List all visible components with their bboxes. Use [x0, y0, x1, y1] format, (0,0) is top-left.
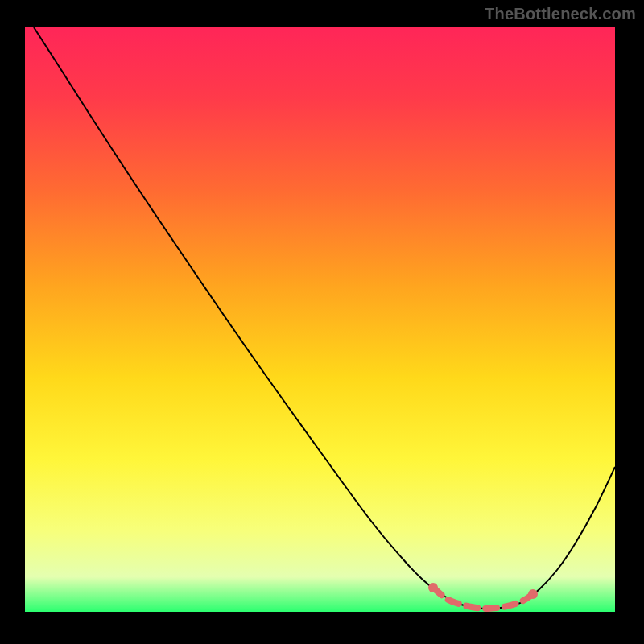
- gradient-background: [25, 27, 615, 612]
- bottleneck-chart: [0, 0, 644, 644]
- chart-frame: { "watermark": "TheBottleneck.com", "cha…: [0, 0, 644, 644]
- svg-point-2: [528, 589, 538, 599]
- watermark-text: TheBottleneck.com: [485, 5, 636, 23]
- svg-point-1: [428, 583, 438, 592]
